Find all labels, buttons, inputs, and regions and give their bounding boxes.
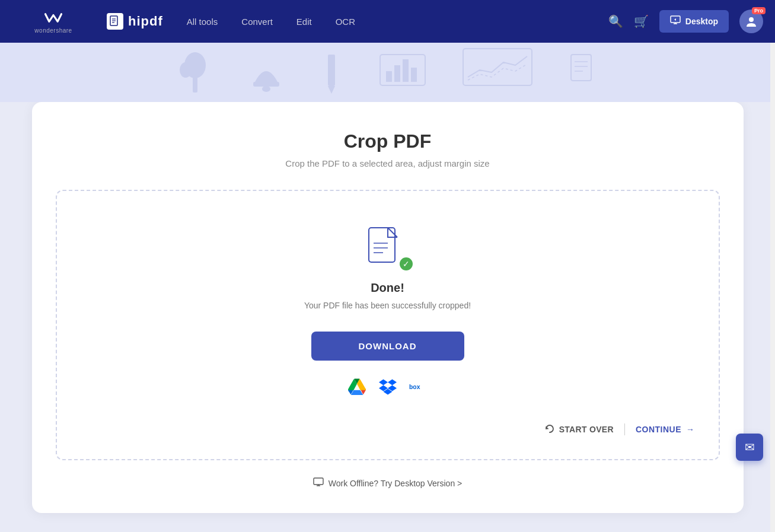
- search-button[interactable]: 🔍: [608, 15, 623, 27]
- desktop-btn-label: Desktop: [685, 17, 718, 26]
- hero-chart-icon: [379, 53, 426, 97]
- wondershare-brand[interactable]: wondershare: [12, 0, 95, 43]
- hero-plant-icon: [177, 47, 213, 97]
- hipdf-logo[interactable]: hipdf: [107, 13, 163, 30]
- search-icon: 🔍: [608, 15, 623, 28]
- google-drive-button[interactable]: [347, 377, 366, 396]
- svg-rect-20: [411, 68, 417, 82]
- dropbox-button[interactable]: [378, 377, 397, 396]
- hipdf-icon: [107, 13, 123, 30]
- nav-ocr[interactable]: OCR: [336, 14, 355, 29]
- main-card: Crop PDF Crop the PDF to a selected area…: [32, 102, 744, 513]
- navbar: wondershare hipdf All tools Convert Edit…: [0, 0, 775, 43]
- check-badge: ✓: [398, 256, 414, 272]
- desktop-promo-icon: [313, 477, 324, 489]
- refresh-icon: [545, 424, 554, 435]
- cart-button[interactable]: 🛒: [634, 15, 649, 27]
- done-title: Done!: [371, 281, 404, 295]
- hero-background: [0, 43, 775, 102]
- nav-convert[interactable]: Convert: [241, 14, 273, 29]
- start-over-button[interactable]: START OVER: [545, 424, 614, 435]
- nav-all-tools[interactable]: All tools: [187, 14, 218, 29]
- nav-links: All tools Convert Edit OCR: [187, 14, 608, 29]
- scrollbar[interactable]: [770, 0, 775, 532]
- hero-bell-icon: [248, 53, 284, 97]
- nav-edit[interactable]: Edit: [296, 14, 312, 29]
- action-divider: [624, 423, 625, 435]
- page-subtitle: Crop the PDF to a selected area, adjust …: [56, 158, 720, 168]
- email-float-button[interactable]: ✉: [736, 434, 763, 461]
- email-icon: ✉: [745, 440, 755, 454]
- start-over-label: START OVER: [559, 425, 614, 434]
- page-title: Crop PDF: [56, 130, 720, 152]
- hipdf-text: hipdf: [128, 14, 163, 29]
- hero-decorations: [177, 47, 598, 97]
- svg-rect-31: [314, 478, 323, 485]
- user-avatar[interactable]: Pro: [739, 9, 763, 33]
- desktop-icon: [670, 15, 681, 28]
- box-button[interactable]: box: [409, 377, 428, 396]
- svg-rect-26: [369, 228, 395, 262]
- svg-marker-14: [328, 86, 335, 94]
- hero-doc-icon: [569, 53, 598, 97]
- desktop-button[interactable]: Desktop: [659, 10, 729, 33]
- bottom-actions: START OVER CONTINUE →: [81, 418, 695, 435]
- success-icon: ✓: [366, 227, 409, 269]
- hero-pencil-icon: [320, 53, 343, 97]
- cloud-save-options: box: [347, 377, 428, 396]
- desktop-promo: Work Offline? Try Desktop Version >: [56, 477, 720, 489]
- svg-point-7: [749, 17, 754, 22]
- cart-icon: 🛒: [634, 15, 649, 28]
- nav-actions: 🔍 🛒 Desktop Pro: [608, 9, 763, 33]
- arrow-right-icon: →: [686, 425, 695, 434]
- svg-rect-17: [386, 71, 392, 82]
- pro-badge: Pro: [752, 7, 766, 14]
- svg-text:box: box: [409, 384, 420, 390]
- download-button[interactable]: DOWNLOAD: [311, 332, 464, 361]
- svg-rect-15: [328, 55, 335, 59]
- svg-rect-13: [328, 56, 335, 86]
- main-content: Crop PDF Crop the PDF to a selected area…: [0, 102, 775, 532]
- desktop-promo-link[interactable]: Work Offline? Try Desktop Version >: [329, 479, 463, 488]
- svg-rect-19: [403, 59, 409, 82]
- svg-rect-18: [394, 65, 400, 82]
- brand-label: wondershare: [34, 27, 72, 34]
- continue-button[interactable]: CONTINUE →: [636, 425, 695, 434]
- svg-rect-9: [193, 76, 197, 93]
- svg-point-10: [180, 62, 192, 78]
- svg-point-12: [262, 86, 270, 92]
- svg-rect-22: [571, 55, 591, 81]
- hero-graph-icon: [462, 47, 533, 97]
- svg-rect-11: [253, 82, 279, 87]
- result-zone: ✓ Done! Your PDF file has been successfu…: [56, 190, 720, 460]
- continue-label: CONTINUE: [636, 425, 681, 434]
- done-subtitle: Your PDF file has been successfully crop…: [304, 301, 471, 310]
